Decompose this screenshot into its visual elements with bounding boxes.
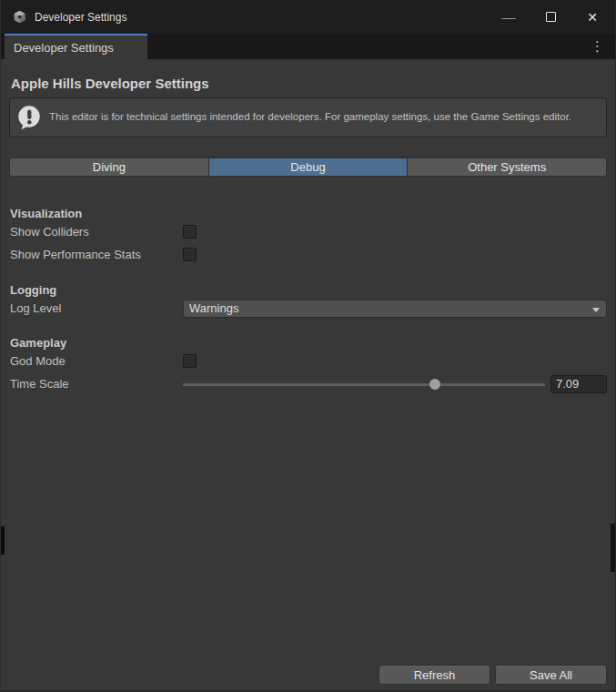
tab-menu-button[interactable]: ⋮ bbox=[591, 34, 604, 59]
time-scale-slider[interactable] bbox=[183, 378, 545, 391]
time-scale-value-field[interactable] bbox=[550, 375, 607, 393]
field-label: Log Level bbox=[10, 301, 183, 315]
helpbox-text: This editor is for technical settings in… bbox=[49, 110, 571, 125]
footer-buttons: Refresh Save All bbox=[9, 665, 607, 690]
row-time-scale: Time Scale bbox=[10, 372, 607, 395]
tab-developer-settings[interactable]: Developer Settings bbox=[5, 34, 147, 59]
save-all-button[interactable]: Save All bbox=[495, 665, 607, 685]
tab-label: Developer Settings bbox=[14, 41, 114, 55]
dropdown-value: Warnings bbox=[189, 301, 238, 315]
developer-settings-window: Developer Settings — ✕ Developer Setting… bbox=[0, 0, 616, 692]
maximize-icon bbox=[546, 12, 556, 22]
category-toolbar: Diving Debug Other Systems bbox=[9, 158, 607, 177]
window-edge-artifact-right bbox=[611, 524, 615, 572]
slider-track[interactable] bbox=[183, 383, 545, 386]
section-title-logging: Logging bbox=[10, 283, 607, 297]
field-label: Time Scale bbox=[10, 377, 183, 391]
section-title-visualization: Visualization bbox=[10, 207, 607, 220]
row-god-mode: God Mode bbox=[10, 350, 607, 372]
kebab-icon: ⋮ bbox=[591, 38, 604, 55]
chevron-down-icon bbox=[592, 308, 600, 312]
row-log-level: Log Level Warnings bbox=[10, 297, 607, 320]
show-colliders-checkbox[interactable] bbox=[183, 225, 197, 239]
info-helpbox: This editor is for technical settings in… bbox=[9, 97, 607, 137]
empty-space bbox=[9, 395, 607, 665]
window-controls: — ✕ bbox=[488, 0, 615, 34]
row-show-performance-stats: Show Performance Stats bbox=[10, 243, 607, 266]
unity-app-icon bbox=[12, 9, 27, 25]
row-show-colliders: Show Colliders bbox=[10, 220, 607, 243]
show-performance-stats-checkbox[interactable] bbox=[183, 248, 197, 261]
field-label: Show Performance Stats bbox=[10, 248, 183, 261]
info-bubble-icon bbox=[15, 104, 43, 131]
page-title: Apple Hills Developer Settings bbox=[11, 76, 607, 91]
god-mode-checkbox[interactable] bbox=[183, 354, 197, 368]
refresh-button[interactable]: Refresh bbox=[379, 665, 490, 685]
editor-tabbar: Developer Settings ⋮ bbox=[1, 34, 615, 59]
log-level-dropdown[interactable]: Warnings bbox=[183, 300, 607, 318]
content-area: Apple Hills Developer Settings This edit… bbox=[1, 59, 615, 690]
toolbar-tab-diving[interactable]: Diving bbox=[9, 158, 209, 177]
titlebar[interactable]: Developer Settings — ✕ bbox=[1, 0, 615, 34]
toolbar-tab-other-systems[interactable]: Other Systems bbox=[408, 158, 607, 177]
field-label: Show Colliders bbox=[10, 225, 183, 239]
minimize-button[interactable]: — bbox=[488, 0, 530, 34]
time-scale-slider-thumb[interactable] bbox=[429, 379, 440, 390]
toolbar-tab-debug[interactable]: Debug bbox=[209, 158, 409, 177]
maximize-button[interactable] bbox=[530, 0, 571, 34]
close-button[interactable]: ✕ bbox=[571, 0, 613, 34]
section-title-gameplay: Gameplay bbox=[10, 336, 607, 350]
window-title: Developer Settings bbox=[35, 11, 126, 24]
window-edge-artifact-left bbox=[1, 526, 5, 555]
field-label: God Mode bbox=[10, 354, 183, 368]
